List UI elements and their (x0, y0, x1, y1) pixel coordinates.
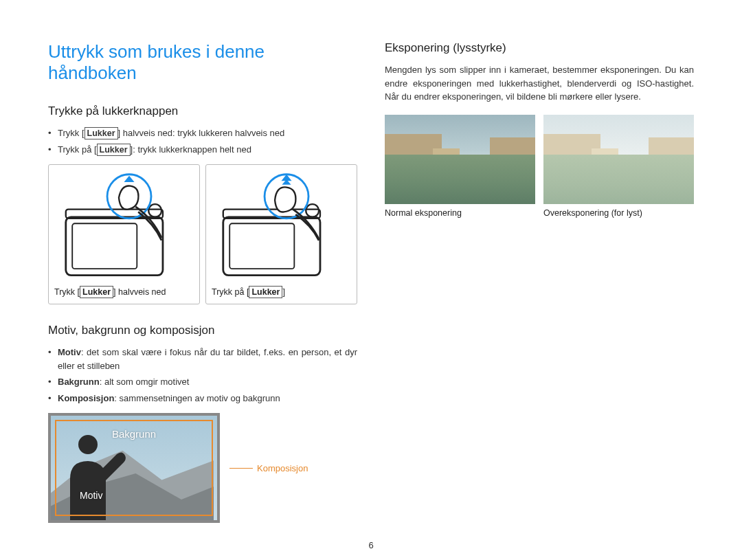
key-label: Lukker (85, 127, 118, 139)
composition-figure: Bakgrunn Motiv Komposisjon (48, 413, 357, 523)
photo-caption: Overeksponering (for lyst) (543, 208, 694, 218)
camera-full-press-illustration (212, 172, 351, 282)
photo-over-exposure: Overeksponering (for lyst) (543, 115, 694, 218)
bullet-item: Komposisjon: sammensetningen av motiv og… (48, 392, 357, 405)
bullet-item: Bakgrunn: alt som omgir motivet (48, 375, 357, 389)
label-motiv: Motiv (80, 490, 102, 501)
exposure-paragraph: Mengden lys som slipper inn i kameraet, … (385, 63, 694, 104)
figure-full-press: Trykk på [Lukker] (205, 164, 357, 304)
section-heading-shutter: Trykke på lukkerknappen (48, 104, 357, 118)
svg-rect-7 (229, 223, 294, 269)
figure-caption: Trykk på [Lukker] (212, 286, 351, 298)
key-label: Lukker (97, 144, 131, 156)
composition-bullet-list: Motiv: det som skal være i fokus når du … (48, 346, 357, 405)
bullet-item: Trykk [Lukker] halvveis ned: trykk lukke… (48, 126, 357, 140)
composition-image: Bakgrunn Motiv (48, 413, 220, 523)
photo-image (543, 115, 694, 204)
svg-marker-5 (124, 176, 135, 182)
section-heading-exposure: Eksponering (lysstyrke) (385, 41, 694, 55)
svg-rect-6 (223, 217, 320, 276)
exposure-photo-row: Normal eksponering Overeksponering (for … (385, 115, 694, 218)
left-column: Uttrykk som brukes i denne håndboken Try… (48, 41, 357, 523)
shutter-bullet-list: Trykk [Lukker] halvveis ned: trykk lukke… (48, 126, 357, 156)
camera-half-press-illustration (54, 172, 194, 282)
svg-rect-0 (66, 217, 163, 276)
photo-normal-exposure: Normal eksponering (385, 115, 535, 218)
photo-caption: Normal eksponering (385, 208, 535, 218)
svg-point-3 (148, 204, 161, 217)
figure-half-press: Trykk [Lukker] halvveis ned (48, 164, 200, 304)
figure-caption: Trykk [Lukker] halvveis ned (54, 286, 194, 298)
label-komposisjon: Komposisjon (257, 463, 308, 473)
page-number: 6 (368, 540, 373, 550)
svg-rect-1 (72, 223, 137, 269)
photo-image (385, 115, 535, 204)
page-title: Uttrykk som brukes i denne håndboken (48, 41, 357, 84)
right-column: Eksponering (lysstyrke) Mengden lys som … (385, 41, 694, 523)
shutter-figure-row: Trykk [Lukker] halvveis ned Tr (48, 164, 357, 304)
bullet-item: Trykk på [Lukker]: trykk lukkerknappen h… (48, 143, 357, 157)
bullet-item: Motiv: det som skal være i fokus når du … (48, 346, 357, 372)
composition-pointer: Komposisjon (229, 463, 308, 473)
label-bakgrunn: Bakgrunn (112, 428, 156, 440)
page-content: Uttrykk som brukes i denne håndboken Try… (0, 0, 742, 537)
svg-point-9 (306, 204, 319, 217)
section-heading-composition: Motiv, bakgrunn og komposisjon (48, 324, 357, 337)
